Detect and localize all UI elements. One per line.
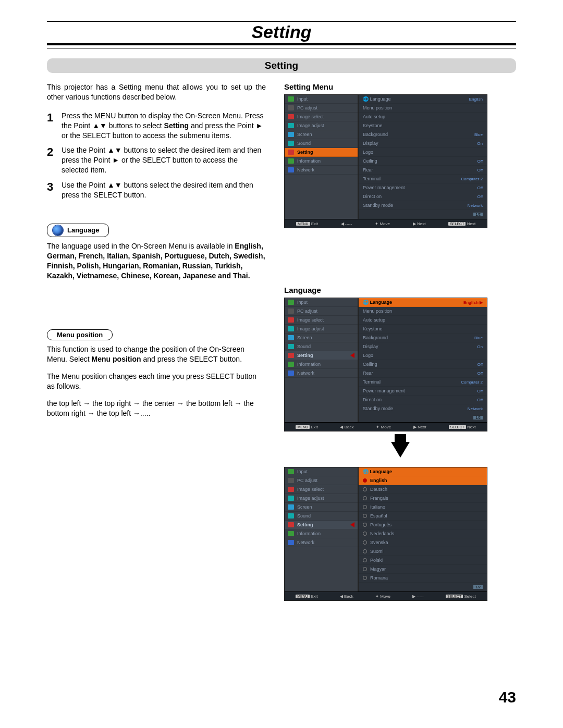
language-intro: The language used in the On-Screen Menu … — [47, 242, 235, 250]
osd-row-label: Ceiling — [363, 362, 377, 367]
osd-row-value: Off — [477, 194, 483, 199]
osd-side-item: Sound — [285, 139, 358, 148]
osd-row-label: Menu position — [363, 105, 392, 110]
radio-icon — [363, 576, 367, 580]
osd-item-icon — [288, 300, 294, 305]
pointer-icon — [350, 353, 354, 358]
step-list: 1 Press the MENU button to display the O… — [47, 108, 266, 203]
step-text: Use the Point ▲▼ buttons select the desi… — [62, 178, 266, 203]
osd-main-row: DisplayOn — [359, 139, 487, 148]
osd-row-label: Menu position — [363, 309, 392, 314]
osd-item-label: Image select — [297, 487, 324, 492]
osd-language-selected: InputPC adjustImage selectImage adjustSc… — [284, 298, 487, 431]
osd-item-icon — [288, 167, 294, 172]
radio-icon — [363, 540, 367, 545]
radio-icon — [363, 514, 367, 518]
osd-side-item: PC adjust — [285, 104, 358, 113]
osd-item-icon — [288, 123, 294, 128]
osd-main-row: Direct onOff — [359, 396, 487, 404]
osd-lang-option: Suomi — [359, 547, 487, 556]
step-number: 2 — [47, 143, 62, 178]
osd-item-icon — [288, 96, 294, 102]
osd-main-row: Menu position — [359, 104, 487, 113]
osd-item-label: Information — [297, 158, 321, 164]
language-paragraph: The language used in the On-Screen Menu … — [47, 241, 266, 281]
osd-row-label: Direct on — [363, 397, 382, 402]
osd-side-item: Screen — [285, 503, 358, 512]
bar-back: ----- — [345, 221, 352, 226]
osd-side-item: Network — [285, 369, 358, 378]
osd-row-label: Terminal — [363, 176, 381, 181]
osd-item-label: Input — [297, 300, 308, 305]
osd-item-label: Network — [297, 167, 314, 172]
osd-main-row: TerminalComputer 2 — [359, 175, 487, 183]
osd-page-indicator-row: 1/2 — [359, 583, 487, 591]
osd-item-icon — [288, 371, 294, 376]
osd-item-icon — [288, 114, 294, 119]
osd-row-label: Direct on — [363, 194, 382, 199]
osd-lang-option: Deutsch — [359, 485, 487, 494]
osd-row-value: Network — [468, 406, 483, 411]
osd-row-label: Standby mode — [363, 406, 393, 411]
osd-main-row: Power managementOff — [359, 387, 487, 396]
osd-row-value: Off — [477, 168, 483, 172]
radio-icon — [363, 505, 367, 509]
osd-main-row: CeilingOff — [359, 360, 487, 369]
osd-item-label: Screen — [297, 132, 312, 137]
osd-item-icon — [288, 317, 294, 323]
osd-main-row: Power managementOff — [359, 183, 487, 192]
osd-item-icon — [288, 362, 294, 367]
osd-item-label: Input — [297, 96, 308, 102]
osd-side-item: Image adjust — [285, 494, 358, 503]
osd-item-icon — [288, 487, 294, 492]
osd-lang-label: English — [370, 478, 387, 483]
osd-row-label: Display — [363, 344, 378, 349]
osd-main-row: BackgroundBlue — [359, 130, 487, 139]
osd-main-row: Auto setup — [359, 113, 487, 121]
osd-item-icon — [288, 469, 294, 474]
osd-langlist-header: 🌐 Language — [359, 467, 487, 476]
bar-next: ----- — [417, 594, 423, 599]
page-title: Setting — [47, 21, 516, 45]
osd-item-icon — [288, 353, 294, 358]
bar-select: Next — [467, 425, 475, 429]
osd-side-item: Input — [285, 467, 358, 476]
osd-main-row: Keystone — [359, 325, 487, 334]
osd-row-label: Keystone — [363, 326, 383, 331]
osd-main-row: DisplayOn — [359, 342, 487, 351]
bar-move: Move — [380, 221, 390, 226]
osd-row-value: English — [469, 97, 483, 102]
osd-main-row: 🌐 LanguageEnglish ▶ — [359, 298, 487, 307]
osd-main-row: BackgroundBlue — [359, 334, 487, 342]
osd-lang-label: Romana — [370, 575, 388, 581]
osd-lang-label: Magyar — [370, 566, 386, 572]
radio-icon — [363, 558, 367, 562]
osd-main-row: Standby modeNetwork — [359, 404, 487, 413]
menu-position-p1: This function is used to change the posi… — [47, 344, 266, 364]
osd-item-icon — [288, 158, 294, 164]
osd-item-icon — [288, 478, 294, 483]
osd-lang-option: Romana — [359, 574, 487, 583]
osd-row-label: Auto setup — [363, 114, 385, 119]
osd-setting-menu: InputPC adjustImage selectImage adjustSc… — [284, 94, 487, 228]
osd-row-label: Power management — [363, 388, 405, 393]
bar-move: Move — [381, 425, 391, 429]
osd-item-label: Image select — [297, 114, 324, 119]
osd-lang-label: Nederlands — [370, 531, 394, 536]
osd-lang-option: Nederlands — [359, 529, 487, 538]
osd-item-label: Image adjust — [297, 496, 324, 501]
bar-select: Select — [464, 594, 476, 599]
osd-language-list: InputPC adjustImage selectImage adjustSc… — [284, 467, 487, 601]
osd-item-label: Setting — [297, 353, 313, 358]
bar-select: Next — [467, 221, 475, 226]
osd-item-icon — [288, 522, 294, 527]
osd-side-item: Input — [285, 95, 358, 104]
language-title: Language — [284, 286, 516, 294]
osd-row-label: Background — [363, 335, 388, 340]
osd-item-label: Setting — [297, 522, 313, 527]
osd-side-item: Screen — [285, 334, 358, 342]
osd-side-item: Network — [285, 166, 358, 175]
osd-row-value: Off — [477, 389, 483, 393]
osd-row-label: Logo — [363, 150, 373, 155]
page-indicator: 1/2 — [473, 416, 483, 419]
